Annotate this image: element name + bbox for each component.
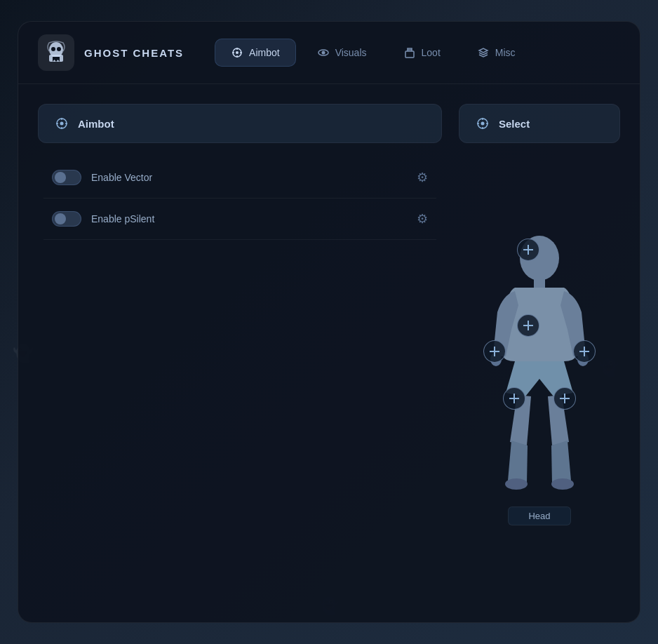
eye-icon — [317, 46, 330, 59]
hitmarker-right-hip[interactable] — [553, 387, 576, 410]
hitmarker-chest[interactable] — [517, 314, 539, 337]
setting-enable-vector: Enable Vector ⚙ — [43, 157, 436, 199]
hitmarker-head[interactable] — [517, 239, 539, 261]
crosshair-icon — [231, 46, 243, 59]
brand-icon — [43, 40, 69, 65]
setting-enable-psilent: Enable pSilent ⚙ — [43, 199, 436, 240]
nav-tabs: Aimbot Visuals — [215, 39, 531, 67]
body-selection-label: Head — [508, 507, 570, 525]
layers-icon — [477, 46, 490, 59]
svg-rect-12 — [405, 51, 414, 58]
svg-point-11 — [321, 51, 325, 55]
crosshair-inner-rarm — [579, 347, 589, 356]
tab-misc[interactable]: Misc — [462, 39, 531, 67]
svg-point-15 — [60, 122, 64, 126]
tab-aimbot-label: Aimbot — [249, 47, 280, 58]
toggle-enable-vector[interactable] — [52, 170, 81, 185]
hitmarker-right-arm[interactable] — [573, 340, 596, 363]
logo-icon — [38, 34, 74, 71]
aimbot-section-icon — [54, 116, 69, 131]
hitmarker-left-hip[interactable] — [503, 387, 525, 410]
select-icon — [475, 116, 490, 131]
content-area: Aimbot Enable Vector ⚙ — [18, 84, 640, 622]
right-panel: Select — [459, 104, 620, 603]
app-title: GHOST CHEATS — [84, 47, 184, 59]
body-model-container: Head — [459, 154, 620, 603]
aimbot-section-title: Aimbot — [78, 118, 114, 130]
toggle-thumb-vector — [55, 172, 66, 183]
svg-point-3 — [57, 47, 61, 51]
setting-psilent-label: Enable pSilent — [91, 213, 154, 224]
setting-vector-left: Enable Vector — [52, 170, 152, 185]
gear-icon-psilent[interactable]: ⚙ — [417, 211, 428, 227]
crosshair-inner-larm — [490, 347, 499, 356]
settings-list: Enable Vector ⚙ Enable pSilent ⚙ — [38, 157, 442, 240]
tab-visuals[interactable]: Visuals — [302, 39, 382, 67]
body-svg — [476, 232, 603, 498]
body-figure — [476, 232, 603, 498]
select-header[interactable]: Select — [459, 104, 620, 143]
crosshair-inner-chest — [523, 321, 533, 330]
crosshair-inner-head — [523, 245, 533, 255]
svg-point-31 — [551, 478, 574, 490]
select-title: Select — [499, 118, 530, 130]
aimbot-section-header: Aimbot — [38, 104, 442, 143]
crosshair-inner-rhip — [560, 394, 570, 403]
tab-loot-label: Loot — [422, 47, 441, 58]
tab-aimbot[interactable]: Aimbot — [215, 39, 296, 67]
setting-vector-label: Enable Vector — [91, 172, 152, 183]
tab-misc-label: Misc — [495, 47, 516, 58]
header: GHOST CHEATS Aimbot — [18, 22, 640, 84]
crosshair-inner-lhip — [509, 394, 519, 403]
logo-container: GHOST CHEATS — [38, 34, 184, 71]
main-panel: GHOST CHEATS Aimbot — [18, 21, 640, 623]
box-icon — [403, 46, 416, 59]
gear-icon-vector[interactable]: ⚙ — [417, 170, 428, 185]
toggle-thumb-psilent — [55, 213, 66, 224]
svg-point-2 — [51, 47, 55, 51]
tab-loot[interactable]: Loot — [388, 39, 456, 67]
svg-rect-27 — [534, 279, 545, 289]
hitmarker-left-arm[interactable] — [483, 340, 506, 363]
tab-visuals-label: Visuals — [335, 47, 367, 58]
svg-point-5 — [236, 51, 239, 54]
left-panel: Aimbot Enable Vector ⚙ — [38, 104, 442, 603]
svg-point-21 — [481, 122, 485, 126]
setting-psilent-left: Enable pSilent — [52, 211, 154, 227]
svg-point-30 — [505, 478, 528, 490]
toggle-enable-psilent[interactable] — [52, 211, 81, 227]
